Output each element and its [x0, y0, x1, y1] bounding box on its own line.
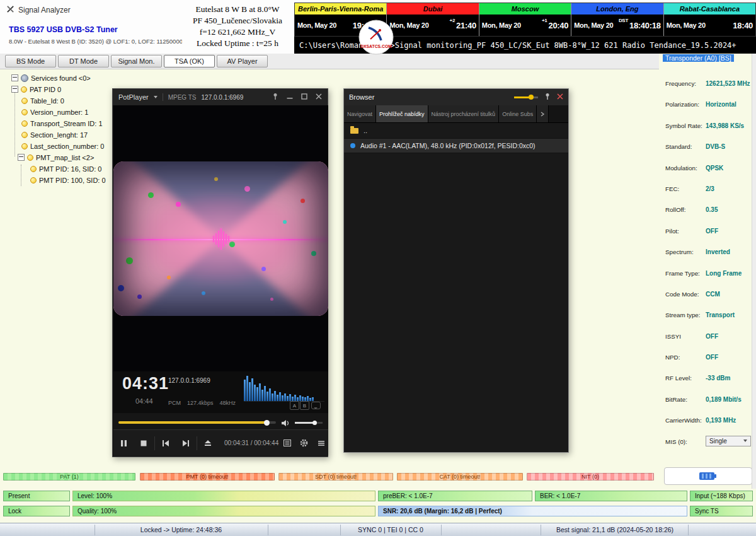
ab-repeat-a-button[interactable]: A: [290, 401, 299, 410]
tree-item-last-section-number[interactable]: Last_section_number: 0: [30, 143, 104, 150]
ab-repeat-b-button[interactable]: B: [300, 401, 309, 410]
psi-segment-sdt: SDT (0) timeout!: [278, 473, 393, 481]
tree-item-section-length[interactable]: Section_lenght: 17: [30, 131, 88, 139]
annotation-line: f=12 621,662 MHz_V: [181, 26, 294, 38]
viz-dot: [202, 291, 205, 295]
scrollbar[interactable]: [752, 54, 756, 489]
next-button[interactable]: [176, 430, 196, 457]
tree-item-services-found[interactable]: Services found <0>: [31, 74, 91, 82]
more-tabs-button[interactable]: [537, 105, 549, 122]
potplayer-video-area[interactable]: [113, 105, 328, 371]
param-row: RollOff:0.35: [665, 204, 753, 224]
stream-url-label: 127.0.0.1:6969: [202, 94, 244, 101]
viz-dot: [137, 294, 142, 299]
close-icon[interactable]: [316, 93, 322, 101]
psi-tree: Services found <0> PAT PID 0 Table_Id: 0…: [9, 73, 116, 192]
previous-button[interactable]: [156, 430, 176, 457]
tree-expander[interactable]: [11, 74, 18, 81]
menu-button[interactable]: [312, 430, 329, 457]
mis-select[interactable]: Single: [706, 436, 751, 446]
transponder-title[interactable]: Transponder (A0) [BS]: [663, 54, 734, 62]
settings-button[interactable]: [295, 430, 312, 457]
pin-icon[interactable]: [272, 93, 278, 102]
maximize-icon[interactable]: [301, 93, 307, 101]
close-icon[interactable]: [557, 93, 563, 101]
tab-navigovat[interactable]: Navigovat: [344, 105, 376, 122]
browser-window: Browser Navigovat Prohlížeč nabídky Nást…: [343, 88, 569, 453]
sync-ts-box: Sync TS: [690, 506, 753, 516]
viz-dot: [229, 242, 235, 247]
viz-dot: [261, 267, 266, 271]
psi-status-bar: PAT (1) PMT (0) timeout! SDT (0) timeout…: [0, 472, 659, 482]
tree-item-pmt-pid-100[interactable]: PMT PID: 100, SID: 0: [39, 177, 106, 184]
separator: [268, 525, 268, 535]
tree-expander[interactable]: [18, 154, 25, 161]
quality-bar: Quality: 100%: [72, 506, 375, 516]
clock-offset: +2: [450, 15, 455, 23]
up-directory-label[interactable]: ..: [364, 127, 367, 134]
node-bullet-icon: [21, 120, 28, 127]
level-bar: Level: 100%: [72, 491, 375, 501]
transponder-panel: Transponder (A0) [BS] Frequency:12621,52…: [659, 54, 756, 489]
tree-item-table-id[interactable]: Table_Id: 0: [30, 97, 64, 105]
tree-item-pmt-pid-16[interactable]: PMT PID: 16, SID: 0: [39, 165, 101, 173]
audio-bullet-icon: [350, 143, 355, 148]
volume-slider[interactable]: [295, 422, 323, 424]
tree-item-pmt-map-list[interactable]: PMT_map_list <2>: [36, 154, 94, 161]
tree-item-pat-pid[interactable]: PAT PID 0: [30, 86, 61, 93]
minimize-icon[interactable]: [287, 93, 293, 101]
browser-titlebar[interactable]: Browser: [344, 89, 568, 105]
potplayer-titlebar[interactable]: PotPlayer MPEG TS 127.0.0.1:6969: [113, 89, 328, 105]
lock-indicator: Lock: [3, 506, 70, 516]
viz-dot: [126, 257, 133, 264]
pause-button[interactable]: [113, 430, 134, 457]
clock-london: London, Eng Mon, May 20DST18:40:18: [571, 3, 663, 36]
tab-nastroj-titulku[interactable]: Nástroj procházení titulků: [428, 105, 500, 122]
eject-button[interactable]: [198, 430, 218, 457]
volume-handle[interactable]: [312, 421, 317, 425]
tab-prohlizec-nabidky[interactable]: Prohlížeč nabídky: [376, 105, 428, 122]
mode-tab-bar: BS Mode DT Mode Signal Mon. TSA (OK) AV …: [0, 54, 659, 69]
uptime-status: Locked -> Uptime: 24:48:36: [98, 526, 265, 533]
tree-expander[interactable]: [11, 86, 18, 93]
pin-icon[interactable]: [544, 93, 551, 102]
param-row: Stream type:Transport: [665, 309, 753, 330]
audio-track-row[interactable]: Audio #1 - AAC(LATM), 48.0 kHz (PID:0x01…: [344, 138, 568, 153]
present-indicator: Present: [3, 491, 70, 501]
ber-box: BER: < 1.0E-7: [535, 491, 687, 501]
tab-av-player[interactable]: AV Player: [217, 55, 268, 67]
tree-item-transport-stream-id[interactable]: Transport_Stream ID: 1: [30, 120, 103, 127]
param-row: ISSYIOFF: [665, 330, 753, 351]
param-row: Polarization:Horizontal: [665, 98, 753, 119]
annotation-line: Locked Uptime : t=25 h: [181, 38, 294, 49]
stop-button[interactable]: [134, 430, 154, 457]
clock-moscow: Moscow Mon, May 20+120:40: [479, 3, 571, 36]
opacity-slider[interactable]: [514, 96, 538, 98]
tab-signal-mon[interactable]: Signal Mon.: [111, 55, 162, 67]
seek-bar[interactable]: [118, 421, 276, 424]
up-directory-row[interactable]: ..: [344, 123, 568, 138]
tab-tsa[interactable]: TSA (OK): [164, 55, 215, 67]
seek-handle[interactable]: [264, 420, 270, 426]
tab-dt-mode[interactable]: DT Mode: [58, 55, 109, 67]
tree-item-version-number[interactable]: Version_number: 1: [30, 108, 88, 116]
clock-city-label: London, Eng: [571, 3, 663, 15]
clock-rabat: Rabat-Casablanca Mon, May 2018:40: [664, 3, 755, 36]
volume-icon[interactable]: [281, 418, 290, 429]
potplayer-menu[interactable]: PotPlayer: [118, 93, 149, 101]
clock-time: 18:40: [733, 21, 753, 30]
subtitle-bubble-icon[interactable]: [311, 402, 321, 409]
psi-segment-cat: CAT (0) timeout!: [397, 473, 523, 481]
tab-bs-mode[interactable]: BS Mode: [5, 55, 56, 67]
clock-time: 18:40:18: [629, 21, 661, 30]
playlist-button[interactable]: [278, 430, 295, 457]
services-icon: [21, 74, 28, 82]
folder-icon: [350, 128, 358, 134]
viz-dot: [118, 285, 124, 291]
clock-time: 21:40: [456, 21, 476, 30]
param-row: NPD:OFF: [665, 351, 753, 372]
audio-track-label[interactable]: Audio #1 - AAC(LATM), 48.0 kHz (PID:0x01…: [360, 142, 536, 149]
viz-spectrum-burst: [213, 228, 229, 250]
tab-online-subs[interactable]: Online Subs: [499, 105, 537, 122]
status-bar: Locked -> Uptime: 24:48:36 SYNC 0 | TEI …: [0, 523, 756, 536]
